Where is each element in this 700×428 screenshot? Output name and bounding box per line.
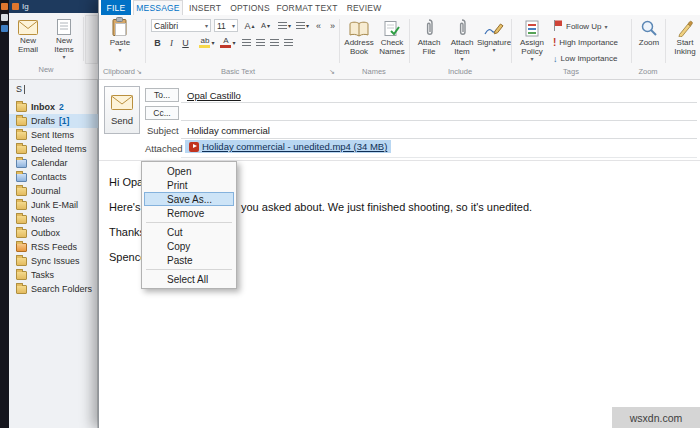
tab-review[interactable]: REVIEW bbox=[341, 0, 387, 15]
high-importance-button[interactable]: ! High Importance bbox=[553, 36, 629, 49]
tab-options[interactable]: OPTIONS bbox=[227, 0, 273, 15]
address-book-button[interactable]: Address Book bbox=[343, 17, 375, 67]
start-inking-button[interactable]: Start Inking bbox=[669, 17, 700, 67]
folder-label: Calendar bbox=[31, 158, 68, 168]
folder-icon bbox=[16, 103, 27, 112]
bold-button[interactable]: B bbox=[151, 36, 164, 49]
signature-button[interactable]: Signature ▾ bbox=[479, 17, 509, 67]
folder-icon bbox=[16, 117, 27, 126]
sidebar-item-sync-issues[interactable]: Sync Issues bbox=[9, 254, 98, 268]
menu-item-save-as[interactable]: Save As... bbox=[144, 192, 234, 206]
assign-policy-button[interactable]: Assign Policy ▾ bbox=[515, 17, 549, 67]
sidebar-item-tasks[interactable]: Tasks bbox=[9, 268, 98, 282]
align-left-button[interactable] bbox=[240, 36, 253, 49]
app-icon[interactable] bbox=[1, 3, 8, 10]
text-highlight-button[interactable]: ab ▾ bbox=[197, 36, 217, 49]
attach-item-button[interactable]: Attach Item ▾ bbox=[446, 17, 478, 67]
sidebar-item-journal[interactable]: Journal bbox=[9, 184, 98, 198]
paste-button[interactable]: Paste ▾ bbox=[103, 17, 137, 67]
folder-pane: S Inbox 2 Drafts [1] Sent Items Deleted … bbox=[9, 80, 98, 428]
menu-item-paste[interactable]: Paste bbox=[144, 253, 234, 267]
zoom-button[interactable]: Zoom bbox=[635, 17, 663, 67]
chevron-down-icon: ▾ bbox=[62, 55, 65, 60]
sidebar-item-drafts[interactable]: Drafts [1] bbox=[9, 114, 98, 128]
line-spacing-button[interactable] bbox=[282, 36, 295, 49]
tab-format-text[interactable]: FORMAT TEXT bbox=[275, 0, 339, 15]
sidebar-item-inbox[interactable]: Inbox 2 bbox=[9, 100, 98, 114]
menu-item-select-all[interactable]: Select All bbox=[144, 272, 234, 286]
send-button[interactable]: Send bbox=[104, 86, 140, 134]
attach-file-button[interactable]: Attach File bbox=[413, 17, 445, 67]
flag-icon bbox=[553, 20, 563, 33]
menu-item-print[interactable]: Print bbox=[144, 178, 234, 192]
favorites-header-label: S bbox=[16, 84, 22, 94]
bullets-button[interactable]: ▾ bbox=[276, 19, 293, 32]
up-arrow-icon: ▴ bbox=[252, 22, 255, 29]
sidebar-item-rss-feeds[interactable]: RSS Feeds bbox=[9, 240, 98, 254]
cc-button[interactable]: Cc... bbox=[145, 106, 179, 120]
attachment-name: Holiday commercial - unedited.mp4 (34 MB… bbox=[202, 141, 387, 152]
app-icon[interactable] bbox=[1, 25, 8, 32]
text-caret bbox=[24, 85, 25, 94]
notes-icon bbox=[16, 215, 27, 224]
new-items-button[interactable]: New Items ▾ bbox=[47, 15, 81, 65]
grow-font-button[interactable]: A▴ bbox=[242, 19, 257, 32]
menu-item-remove[interactable]: Remove bbox=[144, 206, 234, 220]
font-name-value: Calibri bbox=[154, 21, 178, 31]
menu-item-copy[interactable]: Copy bbox=[144, 239, 234, 253]
tab-message[interactable]: MESSAGE bbox=[133, 0, 183, 15]
underline-button[interactable]: U bbox=[179, 36, 192, 49]
button-label: High Importance bbox=[559, 38, 618, 47]
align-right-button[interactable] bbox=[268, 36, 281, 49]
down-arrow-icon: ▾ bbox=[267, 22, 270, 29]
folder-label: RSS Feeds bbox=[31, 242, 77, 252]
sidebar-item-outbox[interactable]: Outbox bbox=[9, 226, 98, 240]
decrease-indent-button[interactable]: « bbox=[312, 19, 325, 32]
sidebar-item-sent-items[interactable]: Sent Items bbox=[9, 128, 98, 142]
align-left-icon bbox=[242, 39, 251, 46]
sidebar-item-notes[interactable]: Notes bbox=[9, 212, 98, 226]
font-name-select[interactable]: Calibri ▾ bbox=[151, 19, 211, 32]
to-field[interactable] bbox=[181, 86, 697, 103]
new-email-icon bbox=[18, 15, 38, 35]
sidebar-item-search-folders[interactable]: Search Folders bbox=[9, 282, 98, 296]
tab-insert[interactable]: INSERT bbox=[185, 0, 225, 15]
folder-label: Deleted Items bbox=[31, 144, 87, 154]
zoom-icon bbox=[640, 17, 658, 37]
signature-icon bbox=[484, 17, 504, 37]
follow-up-button[interactable]: Follow Up ▾ bbox=[553, 20, 629, 33]
folder-label: Notes bbox=[31, 214, 55, 224]
shrink-font-button[interactable]: A▾ bbox=[258, 19, 273, 32]
sidebar-item-junk-email[interactable]: Junk E-Mail bbox=[9, 198, 98, 212]
to-button[interactable]: To... bbox=[145, 88, 179, 102]
highlight-icon: ab bbox=[201, 37, 210, 45]
low-importance-button[interactable]: ↓ Low Importance bbox=[553, 52, 629, 65]
chevron-down-icon: ▾ bbox=[205, 22, 208, 29]
to-value[interactable]: Opal Castillo bbox=[187, 90, 241, 101]
italic-button[interactable]: I bbox=[165, 36, 178, 49]
font-size-select[interactable]: 11 ▾ bbox=[214, 19, 238, 32]
new-email-button[interactable]: New Email bbox=[11, 15, 45, 65]
sidebar-item-contacts[interactable]: Contacts bbox=[9, 170, 98, 184]
increase-indent-button[interactable]: » bbox=[326, 19, 339, 32]
tab-file[interactable]: FILE bbox=[101, 0, 131, 15]
app-icon[interactable] bbox=[1, 14, 8, 21]
button-label: Paste bbox=[110, 38, 130, 47]
sidebar-item-calendar[interactable]: Calendar bbox=[9, 156, 98, 170]
paste-icon bbox=[112, 17, 129, 37]
chevron-down-icon: ▾ bbox=[306, 22, 309, 29]
align-center-button[interactable] bbox=[254, 36, 267, 49]
favorites-header[interactable]: S bbox=[16, 84, 25, 94]
compose-window: FILE MESSAGE INSERT OPTIONS FORMAT TEXT … bbox=[98, 0, 700, 428]
cc-field[interactable] bbox=[181, 104, 697, 121]
font-color-button[interactable]: A ▾ bbox=[219, 36, 237, 49]
sidebar-item-deleted-items[interactable]: Deleted Items bbox=[9, 142, 98, 156]
menu-separator bbox=[146, 222, 232, 223]
attachment-chip[interactable]: Holiday commercial - unedited.mp4 (34 MB… bbox=[185, 140, 391, 153]
numbering-button[interactable]: ▾ bbox=[294, 19, 311, 32]
check-names-button[interactable]: Check Names bbox=[376, 17, 408, 67]
menu-item-open[interactable]: Open bbox=[144, 164, 234, 178]
menu-item-cut[interactable]: Cut bbox=[144, 225, 234, 239]
video-file-icon bbox=[189, 142, 199, 152]
subject-value[interactable]: Holiday commercial bbox=[187, 125, 270, 136]
